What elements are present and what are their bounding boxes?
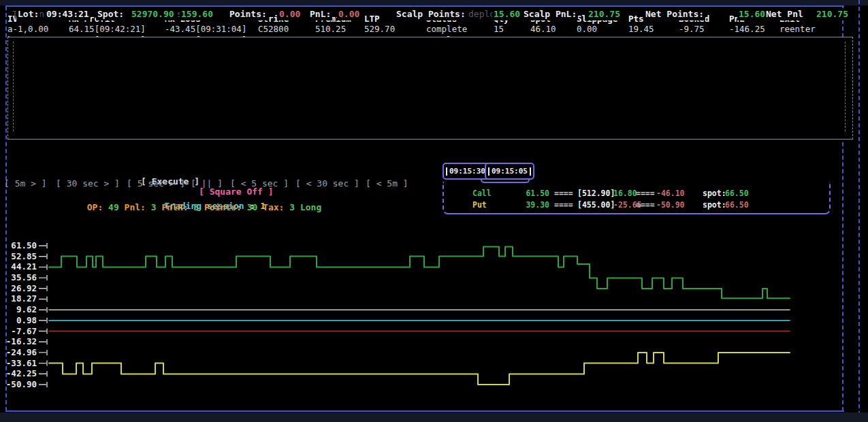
stat-label: PnlR:: [161, 202, 193, 212]
terminal-window: Terminaldeploy.sh (?)deploy.sh (base) pu…: [0, 0, 868, 422]
seek-button[interactable]: [ < 5 sec ]: [230, 178, 289, 189]
put-eq-right: ====: [636, 200, 655, 210]
stat-label: Pnl:: [125, 202, 151, 212]
call-entry-value: 61.50: [492, 189, 549, 199]
window-border-top: [5, 5, 844, 7]
stat-value: 49: [108, 202, 124, 212]
y-axis-label: -42.25: [3, 368, 37, 379]
call-spot-label: spot:: [703, 189, 726, 199]
tab-pipe-icon: [530, 167, 531, 176]
status-segment: Points:: [228, 8, 268, 20]
action-row: [ Execute ] [ Square Off ]: [0, 166, 436, 178]
call-eq-right: ====: [636, 189, 655, 199]
snapshot-tab-1-time: 09:15:30: [449, 167, 485, 176]
table-cell: complete: [426, 24, 494, 34]
seek-button[interactable]: [ 5m > ]: [4, 178, 47, 189]
status-segment: 159.60: [180, 8, 214, 20]
call-eq-left: ====: [554, 189, 573, 199]
seek-button[interactable]: [ || ]: [191, 178, 223, 189]
session-stats-row: OP: 49 Pnl: 3 PnlR: 3 Points: 30 Tax: 3 …: [0, 202, 408, 212]
status-segment: PnL:: [308, 8, 332, 20]
window-border-bottom: [5, 410, 844, 412]
y-axis-label: -7.67: [3, 326, 37, 337]
call-row: Call 61.50 ==== [512.90] 16.80 ==== -46.…: [444, 189, 829, 199]
y-axis-label: -50.90: [3, 379, 37, 390]
y-axis-label: 44.21: [3, 261, 37, 272]
stat-label: Points:: [204, 202, 247, 212]
call-spot-value: 66.50: [725, 189, 749, 199]
pnl-chart: [0, 235, 868, 398]
tab-pipe-icon: [488, 167, 489, 176]
status-segment: Scalp PnL:: [522, 8, 578, 20]
put-bracket-value: [455.00]: [577, 200, 615, 210]
y-axis-ticks: [39, 243, 47, 387]
seek-button[interactable]: [ < 30 sec ]: [295, 178, 359, 189]
table-inner-border-left: [13, 42, 14, 131]
stat-direction: Long: [300, 202, 321, 212]
call-line: [49, 247, 790, 299]
seek-button[interactable]: [ < 5m ]: [366, 178, 408, 189]
table-cell: -146.25: [729, 24, 779, 34]
call-bracket-value: [512.90]: [577, 189, 615, 199]
table-cell: 15: [494, 24, 530, 34]
status-segment: 09:43:21: [45, 8, 91, 20]
snapshot-tab-2-time: 09:15:05: [492, 167, 528, 176]
put-line: [49, 353, 790, 385]
status-segment: 0.00: [278, 8, 302, 20]
status-segment: 210.75: [815, 8, 850, 20]
put-entry-value: 39.30: [492, 200, 549, 210]
stat-value: 3: [193, 202, 204, 212]
stat-value: 3: [289, 202, 300, 212]
status-segment: 15.60: [492, 8, 521, 20]
put-spot-value: 66.50: [725, 200, 749, 210]
positions-table-box: [7, 37, 853, 140]
call-low-value: -46.10: [656, 189, 685, 199]
put-low-value: -50.90: [656, 200, 685, 210]
y-axis-label: 9.62: [3, 304, 37, 315]
status-segment: Spot:: [96, 8, 125, 20]
status-segment: Net Pnl: [765, 8, 805, 20]
table-cell: 529.70: [364, 24, 426, 34]
stat-value: 30: [247, 202, 263, 212]
y-axis-label: -33.61: [3, 358, 37, 369]
call-mid-value: 16.80: [613, 189, 637, 199]
table-cell: 510.25: [315, 24, 364, 34]
status-segment: 0.00: [337, 8, 361, 20]
y-axis-label: 35.56: [3, 272, 37, 283]
call-label: Call: [472, 189, 492, 199]
put-label: Put: [472, 200, 487, 210]
status-segment: Scalp Points:: [395, 8, 467, 20]
y-axis-label: -24.96: [3, 347, 37, 358]
y-axis-label: 61.50: [3, 240, 37, 251]
status-segment: Lot:: [16, 8, 40, 20]
table-cell: 19.45: [628, 24, 679, 34]
put-row: Put 39.30 ==== [455.00] -25.65 ==== -50.…: [444, 200, 829, 210]
put-spot-label: spot:: [703, 200, 726, 210]
y-axis-label: 18.27: [3, 293, 37, 304]
call-put-panel: Call 61.50 ==== [512.90] 16.80 ==== -46.…: [443, 182, 831, 214]
table-cell: 46.10: [530, 24, 577, 34]
status-segment: 15.60: [737, 8, 767, 20]
y-axis-label: 26.92: [3, 283, 37, 294]
status-segment: 52970.90: [130, 8, 176, 20]
status-segment: Net Points:: [644, 8, 705, 20]
put-eq-left: ====: [554, 200, 573, 210]
tab-pipe-icon: [446, 167, 447, 176]
seek-button[interactable]: [ 30 sec > ]: [56, 178, 120, 189]
stat-label: OP:: [87, 202, 108, 212]
y-axis-label: 0.98: [3, 315, 37, 326]
y-axis-label: 52.85: [3, 251, 37, 262]
status-segment: 210.75: [587, 8, 622, 20]
snapshot-tab-2[interactable]: 09:15:05: [485, 163, 534, 180]
stat-label: Tax:: [263, 202, 289, 212]
window-top-edge: [0, 0, 868, 5]
exit-action-cell[interactable]: reenter: [779, 24, 835, 34]
table-inner-border-right: [845, 42, 846, 131]
stat-value: 3: [151, 202, 162, 212]
status-bar: Lot:09:43:21Spot:52970.90159.60Points:0.…: [7, 8, 843, 20]
table-cell: 0.00: [577, 24, 628, 34]
table-cell: -9.75: [679, 24, 729, 34]
seek-button[interactable]: [ 5 sec > ]: [127, 178, 185, 189]
window-bottom-edge: [0, 412, 868, 422]
seek-buttons-row: [ 5m > ][ 30 sec > ][ 5 sec > ][ || ][ <…: [0, 178, 436, 190]
